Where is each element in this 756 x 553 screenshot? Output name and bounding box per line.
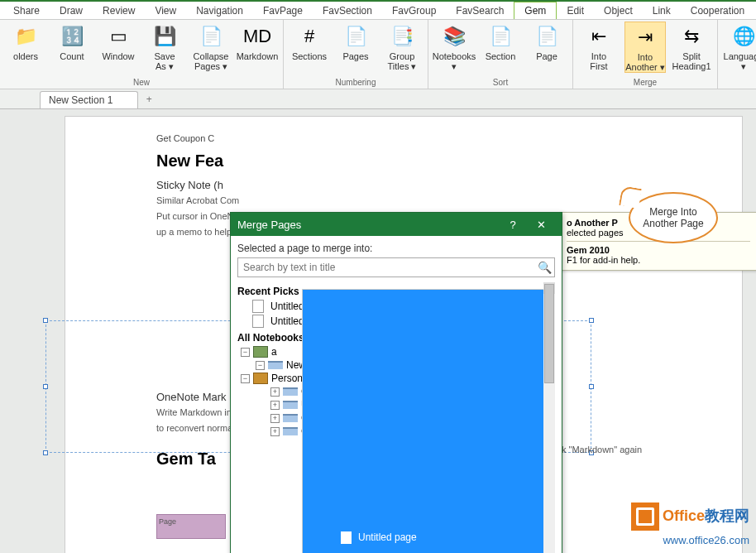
- ribbon-icon: MD: [244, 23, 270, 50]
- dialog-title: Merge Pages: [237, 219, 301, 231]
- page-icon: [252, 300, 264, 313]
- frag-md: k "Markdown" again: [562, 445, 642, 454]
- menu-tab-edit[interactable]: Edit: [557, 2, 594, 19]
- expand-icon[interactable]: −: [256, 361, 265, 370]
- section-icon: [283, 401, 298, 409]
- menu-tab-cooperation[interactable]: Cooperation: [681, 2, 754, 19]
- ribbon-icon: ⇥: [632, 24, 658, 50]
- numbering-sections[interactable]: #Sections: [289, 22, 330, 71]
- page-icon: [252, 315, 264, 328]
- menu-tab-share[interactable]: Share: [3, 2, 50, 19]
- group-numbering: #Sections📄Pages📑GroupTitles ▾ Numbering: [284, 20, 428, 89]
- numbering-pages[interactable]: 📄Pages: [335, 22, 376, 71]
- group-label-sort: Sort: [493, 77, 508, 89]
- search-icon[interactable]: 🔍: [538, 261, 552, 274]
- menu-tab-gem[interactable]: Gem: [514, 2, 557, 19]
- ribbon-icon: #: [296, 23, 323, 50]
- menu-tab-draw[interactable]: Draw: [50, 2, 93, 19]
- group-language: 🌐Language ▾: [718, 20, 756, 89]
- expand-icon[interactable]: −: [241, 374, 250, 383]
- workspace: Get Coupon C New Fea Sticky Note (h Simi…: [0, 109, 756, 553]
- group-label-numbering: Numbering: [336, 77, 376, 89]
- expand-icon[interactable]: +: [270, 401, 280, 410]
- callout-text: Merge Into Another Page: [629, 192, 718, 243]
- merge-split[interactable]: ⇆SplitHeading1: [671, 22, 712, 73]
- numbering-group[interactable]: 📑GroupTitles ▾: [381, 22, 423, 71]
- menu-tab-review[interactable]: Review: [93, 2, 145, 19]
- add-section-button[interactable]: +: [141, 94, 156, 108]
- merge-into[interactable]: ⇥IntoAnother ▾: [624, 22, 666, 73]
- watermark-icon: [631, 503, 659, 531]
- new-olders[interactable]: 📁olders: [5, 22, 46, 71]
- ribbon-icon: ▭: [105, 23, 132, 50]
- scrollbar-thumb[interactable]: [544, 284, 554, 383]
- menu-bar: ShareDrawReviewViewNavigationFavPageFavS…: [0, 2, 756, 20]
- dialog-help-button[interactable]: ?: [499, 213, 527, 236]
- menu-tab-view[interactable]: View: [145, 2, 186, 19]
- watermark: Office教程网 www.office26.com: [631, 503, 749, 548]
- ribbon-label: SaveAs ▾: [154, 51, 175, 71]
- ribbon-label: Sections: [292, 51, 327, 61]
- new-count[interactable]: 🔢Count: [51, 22, 93, 71]
- dialog-hint: Selected a page to merge into:: [237, 243, 555, 254]
- tree-scrollpane[interactable]: Recent PicksUntitled page(a/New Section …: [237, 282, 555, 553]
- ribbon-icon: 📑: [389, 23, 415, 50]
- ribbon-label: IntoAnother ▾: [625, 52, 665, 72]
- ribbon-label: Count: [60, 51, 84, 61]
- menu-tab-link[interactable]: Link: [643, 2, 681, 19]
- menu-tab-favsection[interactable]: FavSection: [313, 2, 382, 19]
- ribbon-label: Pages: [342, 51, 368, 61]
- group-sort: 📚Notebooks ▾📄Section📄Page Sort: [428, 20, 573, 89]
- expand-icon[interactable]: −: [241, 348, 250, 357]
- expand-icon[interactable]: +: [270, 427, 280, 436]
- ribbon-icon: ⇤: [586, 23, 612, 50]
- new-markdown[interactable]: MDMarkdown: [237, 22, 278, 71]
- new-save[interactable]: 💾SaveAs ▾: [144, 22, 185, 71]
- expand-icon[interactable]: +: [270, 414, 280, 423]
- ribbon-icon: 📚: [441, 23, 467, 50]
- ribbon-label: CollapsePages ▾: [194, 51, 229, 71]
- section-tab-bar: New Section 1 +: [0, 89, 756, 109]
- section-tab[interactable]: New Section 1: [40, 91, 138, 108]
- ribbon-icon: 🔢: [59, 23, 85, 50]
- tooltip-product: Gem 2010: [567, 245, 610, 255]
- menu-tab-object[interactable]: Object: [594, 2, 643, 19]
- group-label-new: New: [133, 77, 150, 89]
- notebook-icon: [253, 346, 268, 358]
- scrollbar-track[interactable]: ▴ ▾: [543, 282, 555, 553]
- group-label-merge: Merge: [634, 77, 657, 89]
- page-icon: [341, 531, 352, 544]
- expand-icon[interactable]: +: [270, 387, 280, 397]
- sort-page[interactable]: 📄Page: [526, 22, 567, 71]
- language-button[interactable]: 🌐Language ▾: [723, 22, 756, 71]
- section-icon: [283, 414, 298, 422]
- menu-tab-favsearch[interactable]: FavSearch: [446, 2, 514, 19]
- dialog-titlebar[interactable]: Merge Pages ? ✕: [231, 213, 562, 236]
- heading-new-features: New Fea: [156, 151, 717, 171]
- new-window[interactable]: ▭Window: [98, 22, 139, 71]
- ribbon-icon: ⇆: [678, 23, 705, 50]
- ribbon-label: Section: [486, 51, 516, 61]
- ribbon: 📁olders🔢Count▭Window💾SaveAs ▾📄CollapsePa…: [0, 20, 756, 89]
- ribbon-label: Notebooks ▾: [433, 51, 476, 71]
- sort-section[interactable]: 📄Section: [480, 22, 521, 71]
- dialog-close-button[interactable]: ✕: [527, 213, 555, 236]
- menu-tab-navigation[interactable]: Navigation: [186, 2, 253, 19]
- menu-tab-favgroup[interactable]: FavGroup: [382, 2, 446, 19]
- menu-tab-favpage[interactable]: FavPage: [253, 2, 313, 19]
- merge-into[interactable]: ⇤IntoFirst: [578, 22, 620, 73]
- ribbon-icon: 📁: [12, 23, 39, 50]
- page-tile: Page: [156, 514, 226, 539]
- new-collapse[interactable]: 📄CollapsePages ▾: [190, 22, 232, 71]
- search-input[interactable]: [237, 257, 555, 277]
- ribbon-icon: 💾: [151, 23, 178, 50]
- section-icon: [268, 361, 283, 369]
- ribbon-label: Page: [536, 51, 557, 61]
- section-icon: [283, 427, 298, 435]
- group-merge: ⇤IntoFirst⇥IntoAnother ▾⇆SplitHeading1 M…: [573, 20, 718, 89]
- section-icon: [283, 387, 298, 396]
- tree-page[interactable]: Untitled page: [302, 289, 555, 553]
- sort-notebooks[interactable]: 📚Notebooks ▾: [433, 22, 475, 71]
- ribbon-icon: 📄: [198, 23, 224, 50]
- callout: Merge Into Another Page: [629, 192, 728, 257]
